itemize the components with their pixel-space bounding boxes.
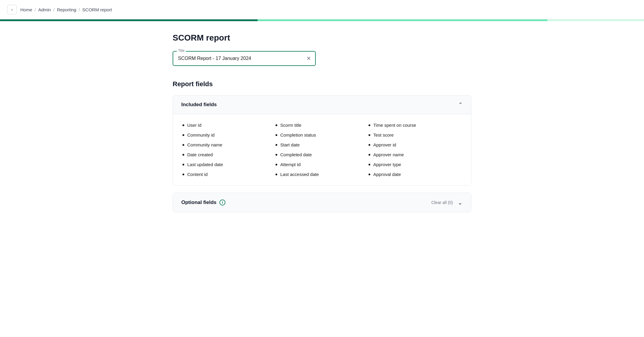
field-approval-date: Approval date: [373, 172, 401, 177]
included-fields-title: Included fields: [181, 102, 217, 108]
bullet-icon: [369, 124, 370, 126]
included-fields-panel: Included fields ⌃ User id Community id: [173, 95, 471, 185]
included-fields-content: User id Community id Community name Date…: [173, 114, 471, 185]
fields-column-2: Scorm title Completion status Start date…: [275, 123, 369, 177]
list-item: Time spent on course: [369, 123, 462, 128]
bullet-icon: [182, 134, 184, 136]
field-community-id: Community id: [187, 132, 215, 137]
field-approver-id: Approver id: [373, 142, 396, 147]
list-item: Scorm title: [275, 123, 369, 128]
bullet-icon: [275, 154, 277, 156]
header: ‹ Home / Admin / Reporting / SCORM repor…: [0, 0, 644, 19]
progress-bar-fill: [0, 19, 258, 21]
breadcrumb: Home / Admin / Reporting / SCORM report: [20, 7, 112, 12]
breadcrumb-current: SCORM report: [82, 7, 112, 12]
progress-bar: [0, 19, 644, 21]
list-item: Last updated date: [182, 162, 275, 167]
report-fields-heading: Report fields: [173, 80, 471, 88]
info-icon[interactable]: i: [219, 200, 225, 205]
bullet-icon: [369, 134, 370, 136]
list-item: Content id: [182, 172, 275, 177]
bullet-icon: [182, 144, 184, 146]
title-field-container: Title ✕: [173, 51, 316, 66]
title-label: Title: [177, 49, 186, 53]
list-item: Test score: [369, 132, 462, 137]
breadcrumb-admin[interactable]: Admin: [38, 7, 51, 12]
list-item: Approver type: [369, 162, 462, 167]
bullet-icon: [275, 134, 277, 136]
list-item: Date created: [182, 152, 275, 157]
title-input[interactable]: [173, 52, 315, 65]
field-completed-date: Completed date: [280, 152, 312, 157]
breadcrumb-sep-2: /: [53, 7, 55, 12]
field-approver-name: Approver name: [373, 152, 404, 157]
clear-all-button[interactable]: Clear all (0): [431, 200, 453, 205]
list-item: Attempt Id: [275, 162, 369, 167]
optional-fields-right: Clear all (0) ⌄: [431, 199, 463, 206]
bullet-icon: [182, 154, 184, 156]
field-community-name: Community name: [187, 142, 222, 147]
list-item: Completed date: [275, 152, 369, 157]
progress-bar-light: [547, 19, 644, 21]
back-button[interactable]: ‹: [7, 5, 17, 14]
bullet-icon: [369, 174, 370, 175]
list-item: Community name: [182, 142, 275, 147]
breadcrumb-sep-3: /: [79, 7, 80, 12]
optional-fields-panel: Optional fields i Clear all (0) ⌄: [173, 193, 471, 212]
list-item: Completion status: [275, 132, 369, 137]
main-content: SCORM report Title ✕ Report fields Inclu…: [165, 21, 479, 224]
title-field-wrapper: Title ✕: [173, 51, 316, 66]
field-user-id: User id: [187, 123, 202, 128]
field-last-updated-date: Last updated date: [187, 162, 223, 167]
list-item: Last accessed date: [275, 172, 369, 177]
optional-fields-header[interactable]: Optional fields i Clear all (0) ⌄: [173, 193, 471, 212]
list-item: User id: [182, 123, 275, 128]
field-test-score: Test score: [373, 132, 394, 137]
field-content-id: Content id: [187, 172, 208, 177]
title-clear-button[interactable]: ✕: [306, 55, 312, 62]
bullet-icon: [369, 154, 370, 156]
breadcrumb-reporting[interactable]: Reporting: [57, 7, 76, 12]
field-last-accessed-date: Last accessed date: [280, 172, 319, 177]
page-title: SCORM report: [173, 33, 471, 43]
field-scorm-title: Scorm title: [280, 123, 301, 128]
field-date-created: Date created: [187, 152, 213, 157]
bullet-icon: [275, 164, 277, 166]
included-fields-chevron-icon: ⌃: [458, 101, 463, 108]
info-icon-label: i: [222, 200, 223, 205]
bullet-icon: [369, 164, 370, 166]
bullet-icon: [275, 124, 277, 126]
list-item: Approver name: [369, 152, 462, 157]
optional-fields-title: Optional fields: [181, 200, 216, 205]
list-item: Community id: [182, 132, 275, 137]
fields-column-1: User id Community id Community name Date…: [182, 123, 275, 177]
bullet-icon: [182, 174, 184, 175]
list-item: Approval date: [369, 172, 462, 177]
breadcrumb-sep-1: /: [35, 7, 36, 12]
bullet-icon: [275, 174, 277, 175]
field-completion-status: Completion status: [280, 132, 316, 137]
field-start-date: Start date: [280, 142, 300, 147]
field-time-spent: Time spent on course: [373, 123, 416, 128]
bullet-icon: [275, 144, 277, 146]
list-item: Start date: [275, 142, 369, 147]
bullet-icon: [369, 144, 370, 146]
optional-fields-chevron-icon: ⌄: [458, 199, 463, 206]
breadcrumb-home[interactable]: Home: [20, 7, 32, 12]
bullet-icon: [182, 164, 184, 166]
field-approver-type: Approver type: [373, 162, 401, 167]
fields-grid: User id Community id Community name Date…: [182, 123, 462, 177]
included-fields-header[interactable]: Included fields ⌃: [173, 95, 471, 114]
fields-column-3: Time spent on course Test score Approver…: [369, 123, 462, 177]
bullet-icon: [182, 124, 184, 126]
progress-bar-mid: [258, 19, 547, 21]
optional-fields-left: Optional fields i: [181, 200, 225, 205]
field-attempt-id: Attempt Id: [280, 162, 301, 167]
list-item: Approver id: [369, 142, 462, 147]
back-icon: ‹: [11, 7, 13, 12]
